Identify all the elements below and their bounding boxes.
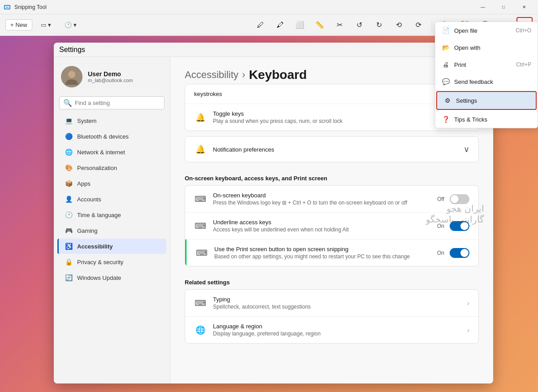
- menu-item-tips[interactable]: ❓ Tips & Tricks: [435, 111, 538, 128]
- undo-icon: ⟲: [396, 21, 402, 29]
- eraser-icon: ⬜: [295, 21, 304, 29]
- undo-button[interactable]: ⟲: [390, 17, 407, 33]
- language-text: Language & region Display language, pref…: [213, 323, 461, 337]
- language-icon: 🌐: [194, 324, 207, 336]
- onscreen-keyboard-state: Off: [437, 196, 444, 202]
- ruler-icon: 📏: [315, 21, 324, 29]
- notification-title: Notification preferences: [213, 146, 274, 153]
- pen-tool-button[interactable]: 🖊: [252, 17, 269, 33]
- underline-access-item: ⌨ Underline access keys Access keys will…: [185, 213, 478, 240]
- crop-button[interactable]: ✂: [331, 17, 347, 33]
- search-input[interactable]: [75, 100, 161, 106]
- toolbar: + New ▭ ▾ 🕐 ▾ 🖊 🖍 ⬜ 📏 ✂ ↺ ↻ ⟲ ⟳ 🔍 💾: [0, 14, 538, 36]
- sidebar-item-accounts[interactable]: 👤 Accounts: [57, 192, 166, 207]
- maximize-button[interactable]: □: [493, 0, 514, 14]
- onscreen-keyboard-text: On-screen keyboard Press the Windows log…: [213, 192, 431, 206]
- redo-icon: ⟳: [416, 21, 421, 29]
- expand-icon[interactable]: ∨: [464, 144, 469, 154]
- rotate-right-icon: ↻: [376, 21, 382, 29]
- menu-item-print[interactable]: 🖨 Print Ctrl+P: [435, 56, 538, 73]
- recent-button[interactable]: 🕐 ▾: [60, 19, 82, 30]
- user-profile[interactable]: User Demo m_lab@outlook.com: [54, 61, 170, 93]
- print-screen-icon: ⌨: [195, 247, 208, 259]
- sidebar-label-apps: Apps: [77, 180, 91, 187]
- search-box[interactable]: 🔍: [59, 96, 165, 109]
- underline-toggle[interactable]: [450, 221, 469, 231]
- onscreen-keyboard-icon: ⌨: [194, 193, 207, 205]
- language-region-item[interactable]: 🌐 Language & region Display language, pr…: [185, 317, 478, 343]
- open-with-label: Open with: [454, 44, 481, 51]
- menu-item-send-feedback[interactable]: 💬 Send feedback: [435, 73, 538, 90]
- breadcrumb-parent: Accessibility: [185, 69, 239, 81]
- print-screen-toggle-group: On: [437, 248, 469, 258]
- keystrokes-label: keystrokes: [194, 91, 222, 97]
- typing-icon: ⌨: [194, 297, 207, 309]
- avatar: [61, 66, 82, 87]
- settings-menu-label: Settings: [456, 97, 477, 104]
- sidebar-label-system: System: [77, 118, 96, 124]
- update-icon: 🔄: [65, 274, 73, 282]
- related-section: ⌨ Typing Spellcheck, autocorrect, text s…: [185, 289, 479, 344]
- settings-body: User Demo m_lab@outlook.com 🔍 💻 System 🔵…: [54, 57, 493, 383]
- rotate-left-icon: ↺: [356, 21, 362, 29]
- ruler-button[interactable]: 📏: [312, 17, 328, 33]
- notification-left: 🔔 Notification preferences: [194, 143, 274, 156]
- sidebar-item-gaming[interactable]: 🎮 Gaming: [57, 223, 166, 238]
- search-icon: 🔍: [63, 99, 72, 107]
- sidebar-label-accounts: Accounts: [77, 196, 101, 203]
- keystrokes-item: keystrokes: [185, 84, 478, 104]
- sidebar-item-network[interactable]: 🌐 Network & internet: [57, 144, 166, 160]
- onscreen-keyboard-desc: Press the Windows logo key ⊞ + Ctrl + O …: [213, 200, 431, 206]
- print-icon: 🖨: [442, 61, 450, 69]
- typing-chevron: ›: [467, 300, 469, 307]
- redo-button[interactable]: ⟳: [410, 17, 426, 33]
- onscreen-keyboard-toggle[interactable]: [450, 194, 469, 204]
- mode-button[interactable]: ▭ ▾: [36, 19, 56, 30]
- settings-title-bar: Settings: [54, 43, 493, 57]
- sidebar-item-system[interactable]: 💻 System: [57, 113, 166, 128]
- title-bar: Snipping Tool — □ ✕: [0, 0, 538, 14]
- minimize-button[interactable]: —: [473, 0, 493, 14]
- accounts-icon: 👤: [65, 195, 73, 203]
- app-title: Snipping Tool: [14, 4, 47, 10]
- highlighter-button[interactable]: 🖍: [272, 17, 288, 33]
- plus-icon: +: [10, 22, 14, 28]
- onscreen-keyboard-item: ⌨ On-screen keyboard Press the Windows l…: [185, 186, 478, 213]
- sidebar-label-update: Windows Update: [77, 274, 121, 281]
- sidebar-item-bluetooth[interactable]: 🔵 Bluetooth & devices: [57, 129, 166, 144]
- bluetooth-icon: 🔵: [65, 132, 73, 140]
- onscreen-section-label: On-screen keyboard, access keys, and Pri…: [185, 168, 479, 185]
- notification-prefs-item[interactable]: 🔔 Notification preferences ∨: [185, 137, 478, 162]
- onscreen-section: ⌨ On-screen keyboard Press the Windows l…: [185, 185, 479, 266]
- menu-item-open-with[interactable]: 📂 Open with: [435, 39, 538, 56]
- underline-desc: Access keys will be underlined even when…: [213, 226, 431, 233]
- language-title: Language & region: [213, 323, 461, 330]
- toggle-keys-item: 🔔 Toggle keys Play a sound when you pres…: [185, 104, 478, 131]
- sidebar-item-apps[interactable]: 📦 Apps: [57, 176, 166, 191]
- app-icon: [4, 4, 11, 11]
- mode-icon: ▭: [41, 22, 46, 28]
- sidebar-label-personalization: Personalization: [77, 165, 117, 171]
- settings-window: Settings User Demo m_lab@outlook.com: [54, 43, 493, 383]
- new-label: New: [16, 22, 27, 28]
- sidebar-item-personalization[interactable]: 🎨 Personalization: [57, 160, 166, 175]
- language-chevron: ›: [467, 327, 469, 334]
- sidebar-item-time[interactable]: 🕐 Time & language: [57, 207, 166, 222]
- print-screen-toggle[interactable]: [450, 248, 469, 258]
- menu-item-open-file[interactable]: 📄 Open file Ctrl+O: [435, 22, 538, 39]
- sidebar-item-windows-update[interactable]: 🔄 Windows Update: [57, 270, 166, 285]
- sidebar-item-accessibility[interactable]: ♿ Accessibility: [57, 239, 166, 254]
- svg-point-3: [68, 71, 75, 78]
- rotate-right-button[interactable]: ↻: [371, 17, 387, 33]
- user-info: User Demo m_lab@outlook.com: [88, 70, 133, 83]
- sidebar-item-privacy[interactable]: 🔒 Privacy & security: [57, 254, 166, 270]
- related-section-label: Related settings: [185, 272, 479, 289]
- menu-item-settings[interactable]: ⚙ Settings: [436, 91, 537, 110]
- eraser-button[interactable]: ⬜: [292, 17, 308, 33]
- typing-item[interactable]: ⌨ Typing Spellcheck, autocorrect, text s…: [185, 290, 478, 317]
- rotate-left-button[interactable]: ↺: [351, 17, 367, 33]
- sidebar-label-time: Time & language: [77, 212, 121, 218]
- new-button[interactable]: + New: [5, 19, 32, 30]
- send-feedback-label: Send feedback: [454, 78, 493, 85]
- close-button[interactable]: ✕: [514, 0, 534, 14]
